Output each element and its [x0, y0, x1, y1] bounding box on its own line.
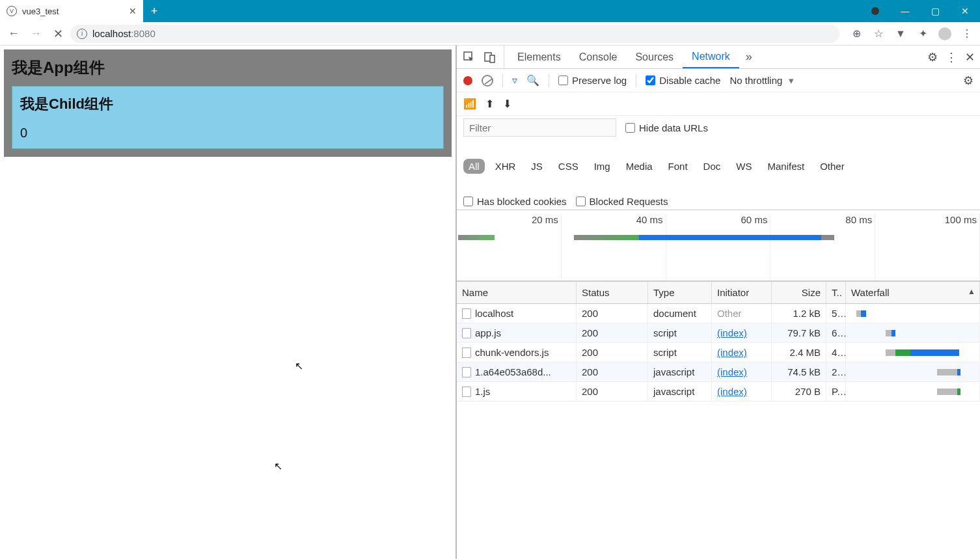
extensions-icon[interactable]: ✦: [914, 25, 932, 43]
col-status[interactable]: Status: [577, 282, 648, 303]
table-row[interactable]: app.js200script(index)79.7 kB6...: [457, 323, 980, 343]
timeline-tick: 60 ms: [666, 214, 771, 279]
browser-tab[interactable]: V vue3_test ✕: [0, 0, 143, 22]
cell-name: 1.js: [457, 382, 577, 401]
col-type[interactable]: Type: [648, 282, 712, 303]
cell-initiator[interactable]: (index): [712, 382, 772, 401]
filter-css[interactable]: CSS: [553, 159, 584, 174]
throttling-select[interactable]: No throttling: [729, 75, 794, 86]
cell-type: javascript: [648, 362, 712, 381]
network-toolbar: ▿ 🔍 Preserve log Disable cache No thrott…: [457, 69, 980, 92]
cell-time: 2...: [826, 362, 846, 381]
app-component: 我是App组件 我是Child组件 0: [4, 49, 452, 157]
blocked-cookies-checkbox[interactable]: Has blocked cookies: [463, 196, 567, 207]
tab-elements[interactable]: Elements: [508, 46, 570, 68]
filter-font[interactable]: Font: [663, 159, 693, 174]
timeline-segment: [458, 235, 495, 240]
zoom-icon[interactable]: ⊕: [847, 25, 865, 43]
filter-ws[interactable]: WS: [731, 159, 757, 174]
devtools-menu-icon[interactable]: ⋮: [946, 50, 957, 64]
divider: [636, 74, 636, 87]
stop-reload-button[interactable]: ✕: [48, 24, 68, 44]
cell-name: app.js: [457, 323, 577, 342]
tab-sources[interactable]: Sources: [626, 46, 683, 68]
import-har-icon[interactable]: ⬆: [485, 98, 494, 110]
table-row[interactable]: chunk-vendors.js200script(index)2.4 MB4.…: [457, 343, 980, 362]
col-size[interactable]: Size: [772, 282, 826, 303]
cell-size: 79.7 kB: [772, 323, 826, 342]
cell-status: 200: [577, 304, 648, 323]
more-tabs-icon[interactable]: »: [739, 46, 759, 68]
cell-time: P...: [826, 382, 846, 401]
forward-button[interactable]: →: [26, 24, 46, 44]
cell-initiator[interactable]: (index): [712, 343, 772, 362]
cell-status: 200: [577, 343, 648, 362]
tab-console[interactable]: Console: [570, 46, 627, 68]
network-conditions-icon[interactable]: 📶: [463, 98, 476, 110]
col-time[interactable]: T..: [826, 282, 846, 303]
filter-manifest[interactable]: Manifest: [762, 159, 810, 174]
bookmark-icon[interactable]: ☆: [869, 25, 888, 43]
profile-icon[interactable]: [936, 25, 954, 43]
filter-img[interactable]: Img: [589, 159, 616, 174]
cell-initiator[interactable]: (index): [712, 323, 772, 342]
filter-toggle-icon[interactable]: ▿: [512, 74, 517, 87]
inspect-element-icon[interactable]: [462, 50, 476, 64]
cell-initiator[interactable]: (index): [712, 362, 772, 381]
cell-size: 2.4 MB: [772, 343, 826, 362]
table-row[interactable]: 1.a64e053a68d...200javascript(index)74.5…: [457, 362, 980, 382]
export-har-icon[interactable]: ⬇: [503, 98, 511, 110]
vue-extension-icon[interactable]: ▼: [892, 25, 910, 43]
table-row[interactable]: 1.js200javascript(index)270 BP...: [457, 382, 980, 402]
filter-js[interactable]: JS: [526, 159, 548, 174]
file-icon: [462, 367, 471, 377]
filter-xhr[interactable]: XHR: [490, 159, 521, 174]
filter-media[interactable]: Media: [621, 159, 658, 174]
filter-row: Hide data URLs AllXHRJSCSSImgMediaFontDo…: [457, 116, 980, 210]
disable-cache-checkbox[interactable]: Disable cache: [646, 75, 720, 86]
timeline-tick: 20 ms: [457, 214, 562, 279]
search-icon[interactable]: 🔍: [526, 74, 539, 87]
filter-doc[interactable]: Doc: [698, 159, 726, 174]
page-viewport: 我是App组件 我是Child组件 0: [0, 46, 456, 559]
cell-waterfall: [846, 344, 980, 361]
menu-icon[interactable]: ⋮: [958, 25, 976, 43]
preserve-log-checkbox[interactable]: Preserve log: [558, 75, 627, 86]
close-devtools-icon[interactable]: ✕: [965, 50, 975, 64]
col-name[interactable]: Name: [457, 282, 577, 303]
record-button[interactable]: [463, 76, 472, 85]
new-tab-button[interactable]: +: [143, 0, 165, 22]
col-initiator[interactable]: Initiator: [712, 282, 772, 303]
hide-data-urls-checkbox[interactable]: Hide data URLs: [625, 122, 708, 133]
cell-size: 1.2 kB: [772, 304, 826, 323]
filter-other[interactable]: Other: [815, 159, 850, 174]
clear-button[interactable]: [482, 75, 493, 87]
close-tab-icon[interactable]: ✕: [129, 6, 137, 16]
timeline-overview[interactable]: 20 ms40 ms60 ms80 ms100 ms: [457, 210, 980, 281]
table-row[interactable]: localhost200documentOther1.2 kB5...: [457, 304, 980, 323]
close-window-button[interactable]: ✕: [950, 0, 980, 22]
app-heading: 我是App组件: [12, 57, 444, 78]
device-toolbar-icon[interactable]: [483, 50, 497, 64]
url-field[interactable]: i localhost:8080: [70, 25, 839, 43]
network-toolbar-2: 📶 ⬆ ⬇: [457, 92, 980, 116]
cell-type: document: [648, 304, 712, 323]
blocked-requests-checkbox[interactable]: Blocked Requests: [576, 196, 668, 207]
tab-title: vue3_test: [22, 7, 124, 16]
sort-asc-icon: ▲: [968, 287, 975, 296]
col-waterfall[interactable]: Waterfall▲: [846, 282, 980, 303]
filter-input[interactable]: [463, 118, 616, 137]
account-dot-icon[interactable]: [860, 0, 890, 22]
cell-waterfall: [846, 364, 980, 381]
site-info-icon[interactable]: i: [77, 29, 87, 39]
network-settings-icon[interactable]: ⚙: [963, 74, 973, 88]
back-button[interactable]: ←: [4, 24, 23, 44]
cell-name: localhost: [457, 304, 577, 323]
divider: [502, 74, 503, 87]
tab-network[interactable]: Network: [683, 46, 739, 68]
maximize-button[interactable]: ▢: [920, 0, 950, 22]
settings-icon[interactable]: ⚙: [927, 50, 938, 64]
minimize-button[interactable]: —: [890, 0, 920, 22]
filter-all[interactable]: All: [463, 159, 485, 174]
address-bar: ← → ✕ i localhost:8080 ⊕ ☆ ▼ ✦ ⋮: [0, 22, 980, 46]
